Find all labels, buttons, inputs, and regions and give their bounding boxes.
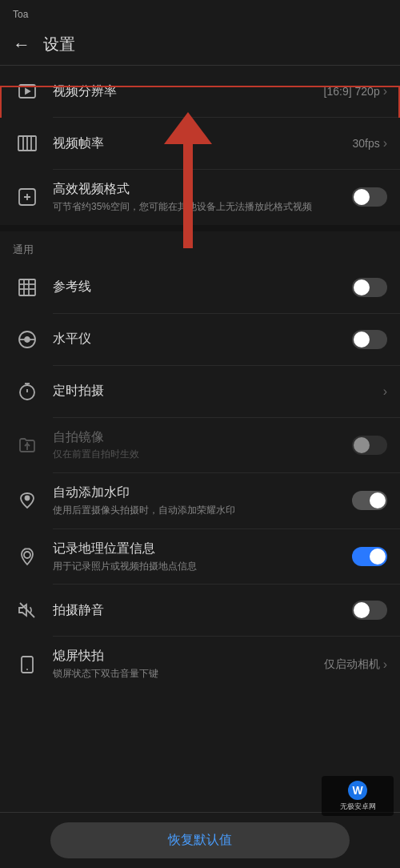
screen-snap-content: 熄屏快拍 锁屏状态下双击音量下键 (53, 648, 324, 681)
timer-chevron: › (383, 384, 387, 399)
selfie-mirror-toggle[interactable] (352, 436, 387, 455)
shutter-sound-title: 拍摄静音 (53, 602, 352, 619)
screen-snap-item[interactable]: 熄屏快拍 锁屏状态下双击音量下键 仅启动相机 › (0, 637, 400, 692)
screen-snap-value: 仅启动相机 (324, 657, 380, 672)
shutter-sound-toggle[interactable] (352, 601, 387, 620)
timer-item[interactable]: 定时拍摄 › (0, 366, 400, 417)
watermark-site: 无极安卓网 (340, 802, 376, 812)
video-resolution-value: [16:9] 720p (324, 85, 380, 98)
geo-location-toggle[interactable] (352, 547, 387, 566)
general-section-label: 通用 (0, 231, 400, 262)
status-bar: Toa (0, 0, 400, 26)
status-time: Toa (13, 9, 28, 20)
svg-marker-1 (26, 89, 30, 94)
geo-location-content: 记录地理位置信息 用于记录照片或视频拍摄地点信息 (53, 540, 352, 573)
video-framerate-item[interactable]: 视频帧率 30fps › (0, 118, 400, 169)
video-framerate-content: 视频帧率 (53, 135, 352, 152)
shutter-sound-icon (13, 596, 42, 625)
svg-rect-9 (19, 279, 35, 295)
level-item[interactable]: 水平仪 (0, 314, 400, 365)
selfie-mirror-content: 自拍镜像 仅在前置自拍时生效 (53, 429, 352, 462)
back-button[interactable]: ← (13, 34, 30, 55)
selfie-mirror-item[interactable]: 自拍镜像 仅在前置自拍时生效 (0, 418, 400, 473)
screen-snap-title: 熄屏快拍 (53, 648, 324, 665)
page-header: ← 设置 (0, 26, 400, 65)
selfie-mirror-title: 自拍镜像 (53, 429, 352, 446)
video-resolution-content: 视频分辨率 (53, 83, 324, 100)
svg-line-24 (20, 603, 34, 617)
auto-watermark-content: 自动添加水印 使用后置摄像头拍摄时，自动添加荣耀水印 (53, 484, 352, 517)
geo-location-title: 记录地理位置信息 (53, 540, 352, 557)
video-resolution-chevron: › (383, 84, 387, 98)
grid-lines-content: 参考线 (53, 279, 352, 295)
video-resolution-title: 视频分辨率 (53, 83, 324, 100)
selfie-mirror-subtitle: 仅在前置自拍时生效 (53, 448, 352, 461)
selfie-mirror-icon (13, 431, 42, 460)
grid-lines-toggle[interactable] (352, 278, 387, 297)
auto-watermark-icon (13, 486, 42, 515)
efficient-format-item[interactable]: 高效视频格式 可节省约35%空间，您可能在其他设备上无法播放此格式视频 (0, 170, 400, 225)
grid-lines-icon (13, 273, 42, 302)
video-resolution-item[interactable]: 视频分辨率 [16:9] 720p › (0, 66, 400, 117)
timer-icon (13, 377, 42, 406)
auto-watermark-subtitle: 使用后置摄像头拍摄时，自动添加荣耀水印 (53, 504, 352, 517)
auto-watermark-title: 自动添加水印 (53, 484, 352, 501)
watermark-logo: W (348, 781, 367, 800)
level-icon (13, 325, 42, 354)
shutter-sound-content: 拍摄静音 (53, 602, 352, 619)
video-framerate-value: 30fps (352, 137, 379, 150)
screen-snap-icon (13, 650, 42, 679)
video-framerate-icon (13, 129, 42, 158)
grid-lines-item[interactable]: 参考线 (0, 262, 400, 313)
timer-title: 定时拍摄 (53, 383, 383, 400)
page-title: 设置 (43, 34, 75, 55)
screen-snap-subtitle: 锁屏状态下双击音量下键 (53, 667, 324, 681)
svg-point-22 (26, 496, 30, 500)
watermark-overlay: W 无极安卓网 (322, 776, 394, 816)
screen-snap-chevron: › (383, 657, 387, 672)
gray-section-divider (0, 225, 400, 231)
level-title: 水平仪 (53, 331, 352, 348)
efficient-format-title: 高效视频格式 (53, 181, 352, 198)
grid-lines-title: 参考线 (53, 279, 352, 295)
video-framerate-title: 视频帧率 (53, 135, 352, 152)
geo-location-item[interactable]: 记录地理位置信息 用于记录照片或视频拍摄地点信息 (0, 529, 400, 585)
auto-watermark-toggle[interactable] (352, 491, 387, 510)
bottom-button-bar: 恢复默认值 (0, 812, 400, 868)
restore-defaults-button[interactable]: 恢复默认值 (50, 822, 350, 858)
level-content: 水平仪 (53, 331, 352, 348)
level-toggle[interactable] (352, 330, 387, 349)
geo-location-icon (13, 542, 42, 571)
timer-content: 定时拍摄 (53, 383, 383, 400)
video-framerate-chevron: › (383, 136, 387, 151)
efficient-format-subtitle: 可节省约35%空间，您可能在其他设备上无法播放此格式视频 (53, 200, 352, 214)
efficient-format-toggle[interactable] (352, 187, 387, 207)
efficient-format-content: 高效视频格式 可节省约35%空间，您可能在其他设备上无法播放此格式视频 (53, 181, 352, 214)
video-resolution-icon (13, 77, 42, 106)
auto-watermark-item[interactable]: 自动添加水印 使用后置摄像头拍摄时，自动添加荣耀水印 (0, 473, 400, 528)
svg-point-16 (25, 337, 30, 342)
efficient-format-icon (13, 183, 42, 211)
geo-location-subtitle: 用于记录照片或视频拍摄地点信息 (53, 560, 352, 573)
shutter-sound-item[interactable]: 拍摄静音 (0, 585, 400, 636)
svg-point-23 (24, 552, 30, 558)
